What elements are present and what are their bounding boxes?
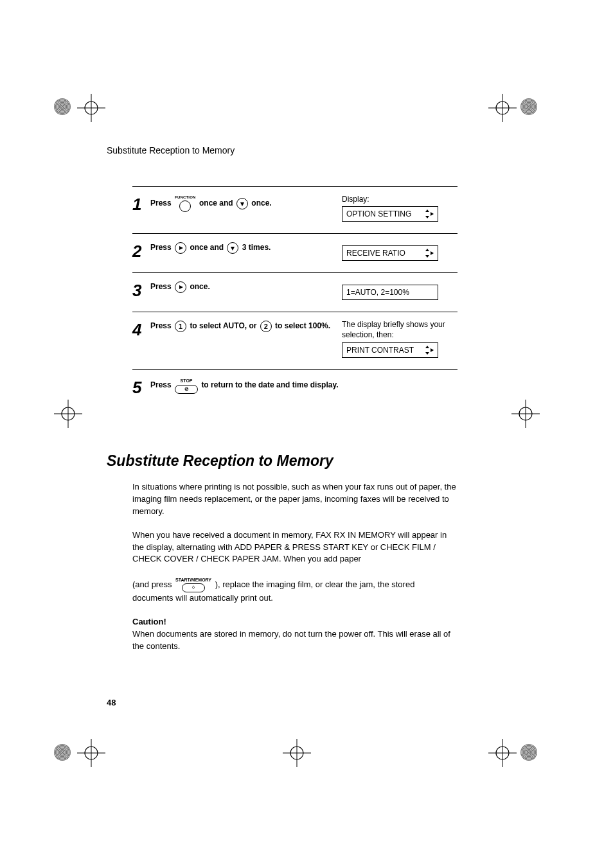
caution-title: Caution!: [132, 616, 458, 628]
step-4: 4 Press 1 to select AUTO, or 2 to select…: [132, 312, 458, 370]
running-header: Substitute Reception to Memory: [107, 145, 235, 155]
step-instruction: Press 1 to select AUTO, or 2 to select 1…: [150, 320, 342, 332]
display-text: 1=AUTO, 2=100%: [346, 288, 409, 297]
step-number: 4: [132, 320, 150, 338]
text: to select AUTO, or: [190, 321, 258, 330]
right-arrow-key-icon: [175, 242, 186, 254]
stop-key-label: STOP: [181, 378, 193, 385]
register-mark: [77, 94, 105, 122]
stop-key-icon: STOP ⊘: [175, 378, 198, 394]
text: ), replace the imaging film, or clear th…: [132, 580, 414, 603]
text: to return to the date and time display.: [201, 381, 338, 390]
function-key-icon: FUNCTION: [175, 195, 196, 212]
corner-disc: [520, 98, 537, 115]
display-text: OPTION SETTING: [346, 209, 411, 218]
up-down-right-arrows-icon: [425, 209, 434, 218]
step-number: 5: [132, 378, 150, 396]
svg-marker-23: [425, 216, 429, 218]
svg-marker-32: [425, 352, 429, 355]
text: 3 times.: [242, 243, 271, 252]
svg-marker-26: [231, 247, 235, 251]
start-memory-key-label: START/MEMORY: [175, 577, 211, 583]
corner-disc: [520, 744, 537, 761]
keypad-2-icon: 2: [260, 321, 272, 332]
text: Press: [150, 321, 173, 330]
register-mark: [488, 94, 517, 122]
display-text: PRINT CONTRAST: [346, 346, 414, 355]
display-label: Display:: [342, 195, 458, 204]
svg-marker-28: [425, 255, 429, 258]
right-arrow-key-icon: [175, 281, 186, 293]
body-paragraph: In situations where printing is not poss…: [132, 481, 458, 518]
svg-marker-31: [425, 346, 429, 348]
text: once.: [190, 282, 209, 291]
display-label: The display briefly shows your selection…: [342, 320, 458, 340]
register-mark: [283, 739, 311, 767]
text: once.: [251, 199, 271, 208]
body-paragraph: (and press START/MEMORY ◊ ), replace the…: [132, 577, 458, 605]
up-down-right-arrows-icon: [425, 249, 434, 258]
step-instruction: Press FUNCTION once and once.: [150, 195, 342, 212]
body-paragraph: When you have received a document in mem…: [132, 529, 458, 566]
section-title: Substitute Reception to Memory: [107, 452, 458, 470]
svg-marker-29: [431, 251, 434, 255]
svg-marker-27: [425, 249, 429, 251]
register-mark: [511, 400, 540, 428]
corner-disc: [54, 98, 71, 115]
caution-block: Caution! When documents are stored in me…: [132, 616, 458, 653]
step-5: 5 Press STOP ⊘ to return to the date and…: [132, 370, 458, 407]
step-2: 2 Press once and 3 times. RECEIVE RATIO: [132, 234, 458, 273]
down-arrow-key-icon: [236, 198, 248, 209]
step-instruction: Press once.: [150, 281, 342, 293]
svg-marker-33: [431, 348, 434, 352]
function-key-label: FUNCTION: [175, 195, 196, 200]
text: Press: [150, 243, 173, 252]
display-box: OPTION SETTING: [342, 206, 438, 222]
step-number: 2: [132, 242, 150, 260]
text: once and: [190, 243, 226, 252]
svg-marker-25: [179, 246, 183, 250]
svg-marker-24: [431, 212, 434, 216]
svg-marker-21: [240, 202, 244, 206]
display-box: PRINT CONTRAST: [342, 342, 438, 358]
page-number: 48: [107, 698, 116, 707]
down-arrow-key-icon: [227, 242, 238, 254]
up-down-right-arrows-icon: [425, 346, 434, 355]
register-mark: [54, 400, 82, 428]
corner-disc: [54, 744, 71, 761]
text: to select 100%.: [275, 321, 330, 330]
step-number: 1: [132, 195, 150, 213]
register-mark: [488, 739, 517, 767]
svg-marker-22: [425, 209, 429, 212]
display-box: 1=AUTO, 2=100%: [342, 285, 438, 300]
start-memory-key-icon: START/MEMORY ◊: [175, 577, 211, 592]
steps-table: 1 Press FUNCTION once and once. Display:…: [132, 186, 458, 407]
step-3: 3 Press once. 1=AUTO, 2=100%: [132, 273, 458, 312]
step-number: 3: [132, 281, 150, 299]
text: once and: [199, 199, 235, 208]
register-mark: [77, 739, 105, 767]
step-instruction: Press once and 3 times.: [150, 242, 342, 254]
text: Press: [150, 381, 173, 390]
svg-marker-30: [179, 285, 183, 289]
keypad-1-icon: 1: [175, 321, 186, 332]
display-text: RECEIVE RATIO: [346, 249, 405, 258]
text: Press: [150, 282, 173, 291]
display-box: RECEIVE RATIO: [342, 245, 438, 261]
text: Press: [150, 199, 173, 208]
text: (and press: [132, 580, 174, 589]
step-1: 1 Press FUNCTION once and once. Display:…: [132, 187, 458, 234]
step-instruction: Press STOP ⊘ to return to the date and t…: [150, 378, 458, 394]
caution-text: When documents are stored in memory, do …: [132, 628, 458, 653]
